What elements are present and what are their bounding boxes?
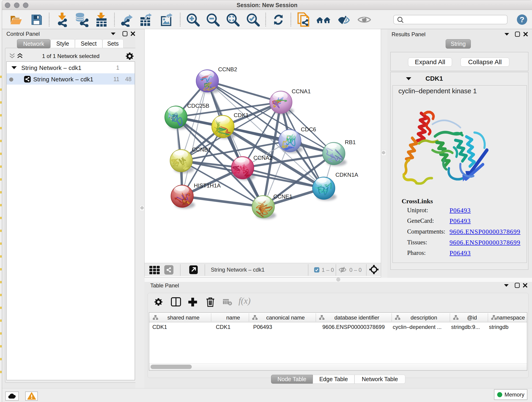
svg-text:CCNB2: CCNB2 xyxy=(218,66,237,72)
svg-text:CCNA2: CCNA2 xyxy=(253,155,272,161)
svg-text:RB1: RB1 xyxy=(345,139,356,145)
svg-text:CCNB1: CCNB1 xyxy=(192,147,211,153)
svg-text:CDC6: CDC6 xyxy=(301,126,316,133)
svg-text:CDKN1A: CDKN1A xyxy=(336,172,358,178)
svg-text:CCNA1: CCNA1 xyxy=(292,88,311,95)
svg-text:HIST1H1A: HIST1H1A xyxy=(194,182,221,189)
svg-text:CDC25B: CDC25B xyxy=(187,103,209,109)
svg-text:CDK1: CDK1 xyxy=(234,112,249,118)
svg-text:CCNE1: CCNE1 xyxy=(273,193,292,200)
